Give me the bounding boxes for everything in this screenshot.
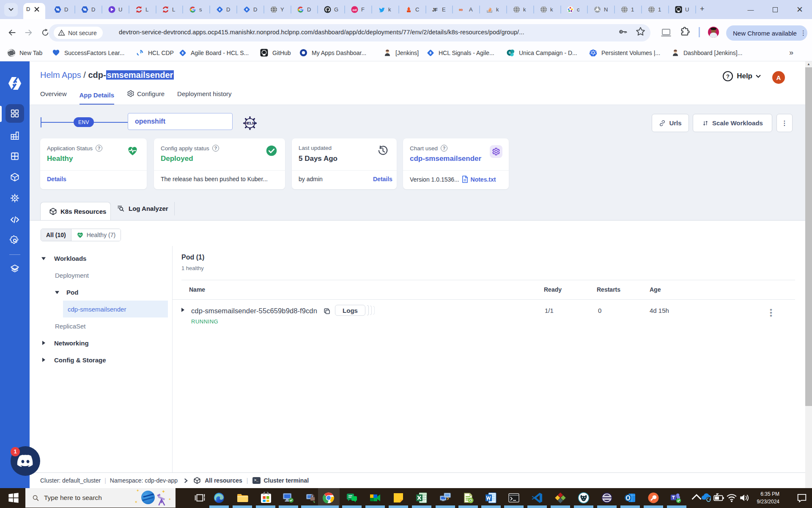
svg-text:?: ? — [726, 73, 730, 80]
svg-text:S: S — [508, 51, 511, 55]
svg-text:HELM: HELM — [244, 121, 255, 125]
